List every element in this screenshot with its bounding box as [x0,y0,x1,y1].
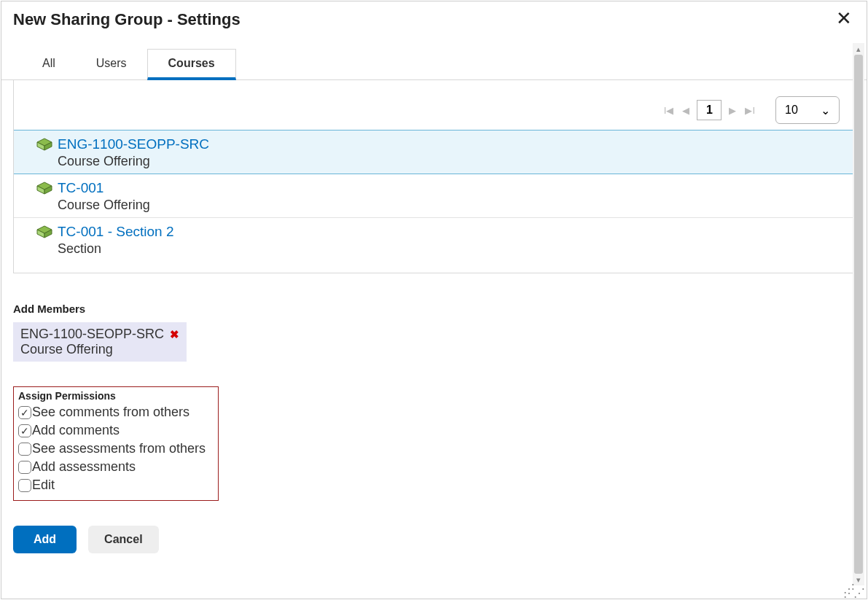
pagination-first-button[interactable]: I◀ [662,103,676,118]
check-icon: ✓ [20,407,29,418]
course-info: ENG-1100-SEOPP-SRC Course Offering [58,136,209,169]
dialog: New Sharing Group - Settings ✕ All Users… [1,1,867,599]
pagination-page-input[interactable] [697,100,722,120]
course-list: ENG-1100-SEOPP-SRC Course Offering TC-00… [14,130,854,273]
per-page-select[interactable]: 10 ⌄ [775,96,840,124]
content: I◀ ◀ ▶ ▶I 10 ⌄ [1,80,867,562]
cancel-button[interactable]: Cancel [88,526,158,553]
last-page-icon: ▶I [745,105,755,116]
remove-member-button[interactable]: ✖ [170,328,179,341]
assign-permissions-heading: Assign Permissions [18,390,212,402]
permission-label: See assessments from others [32,441,206,456]
scrollbar-up-button[interactable]: ▴ [853,43,864,55]
close-icon: ✕ [836,7,852,29]
caret-down-icon: ▾ [856,575,861,585]
permission-checkbox[interactable]: ✓ [18,406,31,419]
per-page-value: 10 [785,104,798,117]
book-icon [36,225,53,241]
first-page-icon: I◀ [664,105,674,116]
chevron-down-icon: ⌄ [821,104,830,117]
next-page-icon: ▶ [729,105,736,116]
scrollbar[interactable]: ▴ ▾ [853,43,864,585]
tabs: All Users Courses [1,49,867,80]
button-row: Add Cancel [13,526,855,553]
course-type: Course Offering [58,154,209,169]
permission-label: Add assessments [32,459,136,475]
prev-page-icon: ◀ [682,105,689,116]
book-icon [36,182,53,198]
course-link[interactable]: ENG-1100-SEOPP-SRC [58,136,209,152]
close-button[interactable]: ✕ [833,7,855,29]
permission-item: ✓ See comments from others [18,405,212,420]
assign-permissions-box: Assign Permissions ✓ See comments from o… [13,386,219,501]
permission-item: ✓ Add comments [18,423,212,438]
scrollbar-thumb[interactable] [854,55,863,574]
course-row[interactable]: TC-001 - Section 2 Section [14,218,854,261]
add-members-heading: Add Members [13,303,855,315]
course-row[interactable]: ENG-1100-SEOPP-SRC Course Offering [14,130,854,174]
course-info: TC-001 - Section 2 Section [58,224,173,257]
permission-checkbox[interactable]: ✓ [18,424,31,437]
scrollbar-down-button[interactable]: ▾ [853,574,864,585]
check-icon: ✓ [20,425,29,437]
resize-handle[interactable]: ⋰⋰⋰ [843,587,864,596]
course-link[interactable]: TC-001 - Section 2 [58,224,173,240]
tab-all[interactable]: All [22,49,76,79]
book-icon [36,138,53,154]
permission-checkbox[interactable] [18,479,31,492]
permission-item: Edit [18,478,212,493]
permission-label: See comments from others [32,405,189,420]
member-chip: ENG-1100-SEOPP-SRC ✖ Course Offering [13,322,187,362]
permission-checkbox[interactable] [18,461,31,474]
pagination-next-button[interactable]: ▶ [727,103,738,118]
dialog-header: New Sharing Group - Settings ✕ [1,1,867,29]
course-link[interactable]: TC-001 [58,180,150,196]
caret-up-icon: ▴ [856,44,861,54]
scroll-area: All Users Courses I◀ ◀ ▶ ▶I 10 ⌄ [1,43,867,585]
course-info: TC-001 Course Offering [58,180,150,213]
member-chip-subtitle: Course Offering [20,342,179,357]
permission-checkbox[interactable] [18,443,31,456]
course-panel: I◀ ◀ ▶ ▶I 10 ⌄ [13,80,855,273]
tab-users[interactable]: Users [76,49,147,79]
pagination-last-button[interactable]: ▶I [743,103,756,118]
permission-label: Add comments [32,423,120,438]
course-type: Section [58,241,173,257]
member-chip-title: ENG-1100-SEOPP-SRC [20,327,164,342]
add-button[interactable]: Add [13,526,77,553]
pagination-prev-button[interactable]: ◀ [681,103,691,118]
course-row[interactable]: TC-001 Course Offering [14,174,854,218]
course-type: Course Offering [58,198,150,213]
dialog-title: New Sharing Group - Settings [13,7,241,29]
pagination-row: I◀ ◀ ▶ ▶I 10 ⌄ [14,80,854,130]
permission-item: See assessments from others [18,441,212,456]
tab-courses[interactable]: Courses [147,49,236,80]
permission-label: Edit [32,478,55,493]
permission-item: Add assessments [18,459,212,475]
remove-icon: ✖ [170,328,179,340]
